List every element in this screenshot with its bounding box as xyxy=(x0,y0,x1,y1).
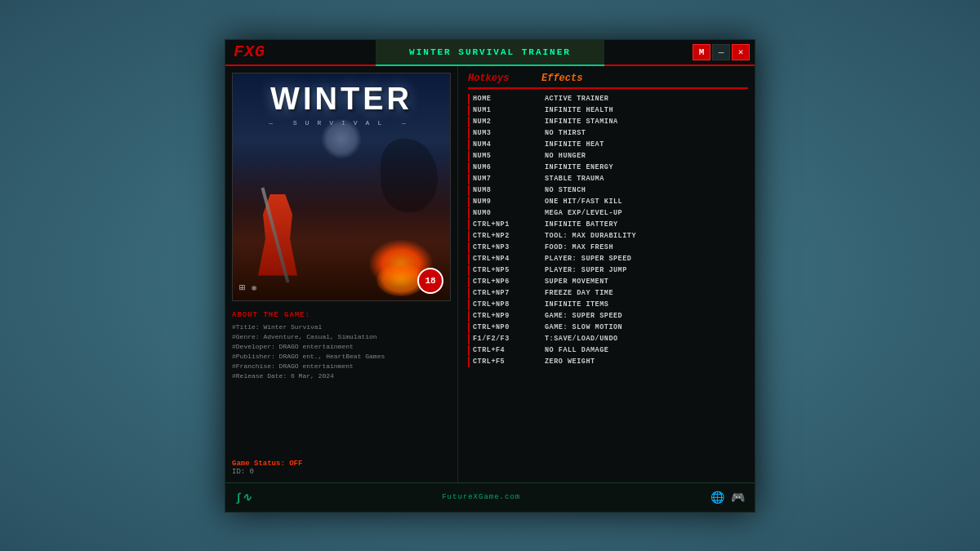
hotkey-effect: STABLE TRAUMA xyxy=(545,175,604,183)
footer-url: FutureXGame.com xyxy=(442,493,520,501)
status-value: OFF xyxy=(289,460,302,468)
id-label: ID: xyxy=(232,468,245,476)
game-id: ID: 0 xyxy=(232,468,451,476)
hotkey-effect: TOOL: MAX DURABILITY xyxy=(545,232,636,240)
hotkey-row: NUM5NO HUNGER xyxy=(468,151,748,162)
logo-accent: F xyxy=(234,42,244,61)
hotkey-effect: PLAYER: SUPER SPEED xyxy=(545,255,631,263)
hotkey-key: CTRL+NP6 xyxy=(473,278,545,286)
hotkey-row: CTRL+NP9GAME: SUPER SPEED xyxy=(468,311,748,322)
hotkey-row: NUM8NO STENCH xyxy=(468,185,748,196)
hotkey-key: NUM2 xyxy=(473,118,545,126)
hotkey-effect: ZERO WEIGHT xyxy=(545,358,595,366)
status-label: Game Status: xyxy=(232,460,285,468)
main-content: WINTER — SURVIVAL — ⊞ ❋ 18 xyxy=(225,66,755,482)
about-line: #Publisher: DRAGO ent., HeartBeat Games xyxy=(232,352,451,362)
hotkey-row: CTRL+F4NO FALL DAMAGE xyxy=(468,345,748,356)
hotkey-effect: ACTIVE TRAINER xyxy=(545,95,608,103)
outer-background: FXG WINTER SURVIVAL TRAINER M — ✕ WINTER… xyxy=(0,0,980,551)
hotkey-row: HOMEACTIVE TRAINER xyxy=(468,94,748,104)
col-hotkeys-label: Hotkeys xyxy=(468,73,541,84)
hotkey-effect: GAME: SLOW MOTION xyxy=(545,323,622,331)
hotkey-effect: NO STENCH xyxy=(545,186,586,194)
hotkey-effect: SUPER MOVEMENT xyxy=(545,278,608,286)
hotkey-effect: GAME: SUPER SPEED xyxy=(545,312,622,320)
hotkey-key: CTRL+NP5 xyxy=(473,266,545,274)
about-line: #Franchise: DRAGO entertainment xyxy=(232,362,451,371)
hotkey-row: NUM1INFINITE HEALTH xyxy=(468,105,748,116)
about-lines-container: #Title: Winter Survival#Genre: Adventure… xyxy=(232,322,451,381)
hotkey-row: CTRL+NP5PLAYER: SUPER JUMP xyxy=(468,265,748,276)
hotkey-effect: NO HUNGER xyxy=(545,152,586,160)
about-title: ABOUT THE GAME: xyxy=(232,311,451,319)
window-controls: M — ✕ xyxy=(693,44,755,60)
globe-icon: 🌐 xyxy=(710,491,724,504)
hotkey-key: CTRL+NP9 xyxy=(473,312,545,320)
close-button[interactable]: ✕ xyxy=(732,44,750,60)
hotkey-key: NUM7 xyxy=(473,175,545,183)
about-line: #Release Date: 6 Mar, 2024 xyxy=(232,371,451,381)
hotkey-key: HOME xyxy=(473,95,545,103)
hotkey-key: CTRL+NP3 xyxy=(473,243,545,251)
hotkey-key: NUM0 xyxy=(473,209,545,217)
hotkey-row: CTRL+NP1INFINITE BATTERY xyxy=(468,220,748,230)
hotkey-key: NUM8 xyxy=(473,186,545,194)
hotkey-row: NUM0MEGA EXP/LEVEL-UP xyxy=(468,208,748,219)
hotkey-key: CTRL+NP7 xyxy=(473,289,545,297)
logo-fxg: FXG xyxy=(234,42,265,61)
hotkey-row: CTRL+NP6SUPER MOVEMENT xyxy=(468,277,748,287)
hotkey-effect: INFINITE ENERGY xyxy=(545,163,613,171)
about-line: #Developer: DRAGO entertainment xyxy=(232,342,451,352)
hotkey-key: NUM3 xyxy=(473,129,545,137)
hotkey-key: NUM1 xyxy=(473,106,545,114)
hotkey-row: NUM3NO THIRST xyxy=(468,128,748,139)
hotkey-effect: INFINITE HEAT xyxy=(545,140,604,149)
hotkey-key: CTRL+NP8 xyxy=(473,300,545,309)
hotkeys-header: Hotkeys Effects xyxy=(468,73,748,89)
hotkey-effect: FREEZE DAY TIME xyxy=(545,289,613,297)
hotkey-key: CTRL+NP4 xyxy=(473,255,545,263)
hotkey-key: CTRL+F4 xyxy=(473,346,545,354)
minimize-button[interactable]: — xyxy=(712,44,730,60)
cover-title: WINTER xyxy=(233,82,450,117)
left-panel: WINTER — SURVIVAL — ⊞ ❋ 18 xyxy=(225,66,458,482)
logo-g: G xyxy=(255,42,265,61)
hotkey-row: CTRL+NP8INFINITE ITEMS xyxy=(468,300,748,310)
logo-area: FXG xyxy=(225,42,265,61)
hotkey-key: CTRL+NP1 xyxy=(473,220,545,229)
hotkey-effect: INFINITE STAMINA xyxy=(545,118,618,126)
hotkey-row: NUM7STABLE TRAUMA xyxy=(468,174,748,184)
hotkey-row: CTRL+NP7FREEZE DAY TIME xyxy=(468,288,748,299)
title-bar: FXG WINTER SURVIVAL TRAINER M — ✕ xyxy=(225,40,755,66)
hotkey-row: NUM6INFINITE ENERGY xyxy=(468,162,748,173)
hotkey-effect: FOOD: MAX FRESH xyxy=(545,243,613,251)
cover-windows-icon: ⊞ ❋ xyxy=(239,282,257,294)
hotkey-key: CTRL+NP2 xyxy=(473,232,545,240)
age-badge: 18 xyxy=(417,268,443,294)
hotkey-effect: MEGA EXP/LEVEL-UP xyxy=(545,209,622,217)
id-value: 0 xyxy=(250,468,254,476)
hotkey-row: NUM9ONE HIT/FAST KILL xyxy=(468,197,748,207)
trainer-window: FXG WINTER SURVIVAL TRAINER M — ✕ WINTER… xyxy=(225,39,755,513)
hotkey-key: NUM4 xyxy=(473,140,545,149)
hotkey-effect: INFINITE HEALTH xyxy=(545,106,613,114)
footer: ∫∿ FutureXGame.com 🌐 🎮 xyxy=(225,482,755,512)
right-panel: Hotkeys Effects HOMEACTIVE TRAINERNUM1IN… xyxy=(458,66,755,482)
hotkey-effect: T:SAVE/LOAD/UNDO xyxy=(545,335,618,343)
logo-x: X xyxy=(244,42,255,61)
hotkey-key: CTRL+F5 xyxy=(473,358,545,366)
hotkey-row: CTRL+NP3FOOD: MAX FRESH xyxy=(468,242,748,253)
hotkey-key: F1/F2/F3 xyxy=(473,335,545,343)
hotkey-row: CTRL+NP0GAME: SLOW MOTION xyxy=(468,322,748,333)
m-button[interactable]: M xyxy=(693,44,710,60)
hotkeys-rows-container: HOMEACTIVE TRAINERNUM1INFINITE HEALTHNUM… xyxy=(468,94,748,367)
gamepad-icon: 🎮 xyxy=(731,491,745,504)
hotkey-row: CTRL+NP2TOOL: MAX DURABILITY xyxy=(468,231,748,242)
hotkey-key: NUM6 xyxy=(473,163,545,171)
game-status: Game Status: OFF xyxy=(232,460,451,468)
window-title: WINTER SURVIVAL TRAINER xyxy=(409,47,571,57)
hotkey-key: NUM5 xyxy=(473,152,545,160)
hotkey-effect: INFINITE ITEMS xyxy=(545,300,608,309)
col-effects-label: Effects xyxy=(541,73,582,84)
status-section: Game Status: OFF ID: 0 xyxy=(232,456,451,476)
